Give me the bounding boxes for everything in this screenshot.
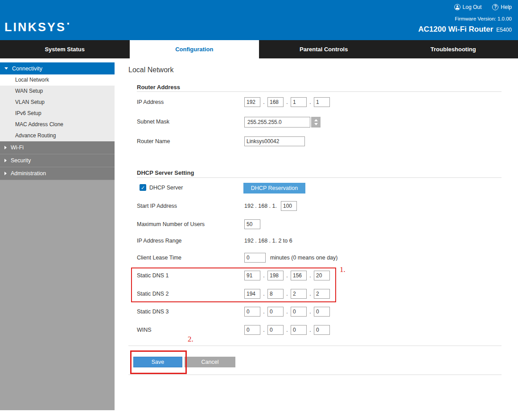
dns1-octet-4-input[interactable] <box>314 271 330 280</box>
sidebar-item-mac-address-clone[interactable]: MAC Address Clone <box>0 119 115 130</box>
octet-separator <box>307 327 314 333</box>
ip-address-label: IP Address <box>137 99 164 105</box>
sidebar-item-local-network[interactable]: Local Network <box>0 74 115 86</box>
sidebar-section-connectivity[interactable]: Connectivity <box>0 62 115 74</box>
subnet-mask-value: 255.255.255.0 <box>244 117 310 128</box>
sidebar-section-label: Wi-Fi <box>11 144 24 151</box>
wins-octets <box>244 325 330 335</box>
wins-octet-3-input[interactable] <box>291 325 307 335</box>
page-title: Local Network <box>128 66 173 74</box>
max-users-label: Maximum Number of Users <box>137 221 205 227</box>
logout-label: Log Out <box>463 4 482 10</box>
chevron-right-icon <box>4 159 7 162</box>
sidebar-section-administration[interactable]: Administration <box>0 167 115 180</box>
dns1-octet-1-input[interactable] <box>244 271 260 280</box>
sidebar-section-security[interactable]: Security <box>0 154 115 167</box>
dns1-octet-2-input[interactable] <box>267 271 284 280</box>
dns2-octet-1-input[interactable] <box>244 289 260 299</box>
dns2-octet-3-input[interactable] <box>291 289 307 299</box>
octet-separator <box>284 309 291 315</box>
ip-address-octets <box>244 97 330 107</box>
spinner-up-icon <box>314 119 318 121</box>
static-dns1-label: Static DNS 1 <box>137 272 169 279</box>
divider <box>128 375 502 375</box>
router-name-input[interactable] <box>244 136 305 146</box>
dhcp-server-label: DHCP Server <box>149 185 183 191</box>
tab-configuration[interactable]: Configuration <box>130 40 259 58</box>
dns3-octet-4-input[interactable] <box>314 307 330 317</box>
sidebar-section-wifi[interactable]: Wi-Fi <box>0 141 115 154</box>
divider <box>137 91 502 92</box>
router-admin-page: LINKSYS Log Out Help Firmware Version: 1… <box>0 0 518 420</box>
dns3-octet-1-input[interactable] <box>244 307 260 317</box>
sidebar-item-advance-routing[interactable]: Advance Routing <box>0 130 115 141</box>
divider <box>128 346 502 346</box>
wins-octet-4-input[interactable] <box>314 325 330 335</box>
ip-octet-4-input[interactable] <box>314 97 330 107</box>
ip-octet-3-input[interactable] <box>291 97 307 107</box>
lease-time-label: Client Lease Time <box>137 255 181 261</box>
octet-separator <box>260 291 267 297</box>
octet-separator <box>307 272 314 279</box>
subnet-mask-select[interactable]: 255.255.255.0 <box>244 117 321 128</box>
divider <box>137 177 502 178</box>
tab-troubleshooting[interactable]: Troubleshooting <box>389 40 518 58</box>
help-question-icon <box>492 4 498 10</box>
sidebar-item-wan-setup[interactable]: WAN Setup <box>0 86 115 97</box>
static-dns3-octets <box>244 307 330 317</box>
logout-link[interactable]: Log Out <box>454 4 482 10</box>
save-button[interactable]: Save <box>133 357 182 367</box>
product-line: AC1200 Wi-Fi Router E5400 <box>418 25 512 34</box>
router-name-label: Router Name <box>137 138 170 144</box>
octet-separator <box>284 99 291 105</box>
annotation-step2-label: 2. <box>188 335 193 344</box>
chevron-right-icon <box>4 172 7 175</box>
octet-separator <box>260 309 267 315</box>
annotation-step1-label: 1. <box>340 265 345 274</box>
help-link[interactable]: Help <box>492 4 512 10</box>
dhcp-heading: DHCP Server Setting <box>137 169 194 176</box>
cancel-button[interactable]: Cancel <box>185 357 235 367</box>
dns3-octet-3-input[interactable] <box>291 307 307 317</box>
dns2-octet-2-input[interactable] <box>267 289 284 299</box>
static-dns2-label: Static DNS 2 <box>137 291 169 297</box>
chevron-right-icon <box>4 146 7 149</box>
wins-label: WINS <box>137 327 152 333</box>
chevron-down-icon <box>4 67 8 70</box>
sidebar-background <box>0 180 115 410</box>
octet-separator <box>307 99 314 105</box>
start-ip-label: Start IP Address <box>137 203 177 209</box>
octet-separator <box>260 272 267 279</box>
octet-separator <box>307 309 314 315</box>
sidebar-section-label: Security <box>11 157 31 164</box>
header-links: Log Out Help <box>454 4 512 10</box>
dns3-octet-2-input[interactable] <box>267 307 284 317</box>
start-ip-input[interactable] <box>281 201 297 211</box>
tab-parental-controls[interactable]: Parental Controls <box>259 40 389 58</box>
router-address-heading: Router Address <box>137 84 180 91</box>
wins-octet-1-input[interactable] <box>244 325 260 335</box>
dns2-octet-4-input[interactable] <box>314 289 330 299</box>
tab-system-status[interactable]: System Status <box>0 40 130 58</box>
subnet-spinner[interactable] <box>311 117 321 128</box>
connectivity-submenu: Local Network WAN Setup VLAN Setup IPv6 … <box>0 74 115 141</box>
sidebar-item-vlan-setup[interactable]: VLAN Setup <box>0 97 115 108</box>
sidebar: Connectivity Local Network WAN Setup VLA… <box>0 62 115 410</box>
ip-octet-2-input[interactable] <box>267 97 284 107</box>
lease-time-input[interactable] <box>244 253 266 263</box>
dns1-octet-3-input[interactable] <box>291 271 307 280</box>
wins-octet-2-input[interactable] <box>267 325 284 335</box>
header: LINKSYS Log Out Help Firmware Version: 1… <box>0 0 518 40</box>
sidebar-item-ipv6-setup[interactable]: IPv6 Setup <box>0 108 115 119</box>
ip-range-label: IP Address Range <box>137 238 182 244</box>
ip-octet-1-input[interactable] <box>244 97 260 107</box>
octet-separator <box>307 291 314 297</box>
firmware-version: Firmware Version: 1.0.00 <box>455 16 512 21</box>
max-users-input[interactable] <box>244 219 260 229</box>
logo-text: LINKSYS <box>4 21 66 34</box>
dhcp-server-checkbox[interactable] <box>140 184 146 191</box>
octet-separator <box>284 272 291 279</box>
logo-trademark-icon <box>67 23 69 25</box>
dhcp-reservation-button[interactable]: DHCP Reservation <box>243 183 305 194</box>
spinner-down-icon <box>314 123 318 125</box>
